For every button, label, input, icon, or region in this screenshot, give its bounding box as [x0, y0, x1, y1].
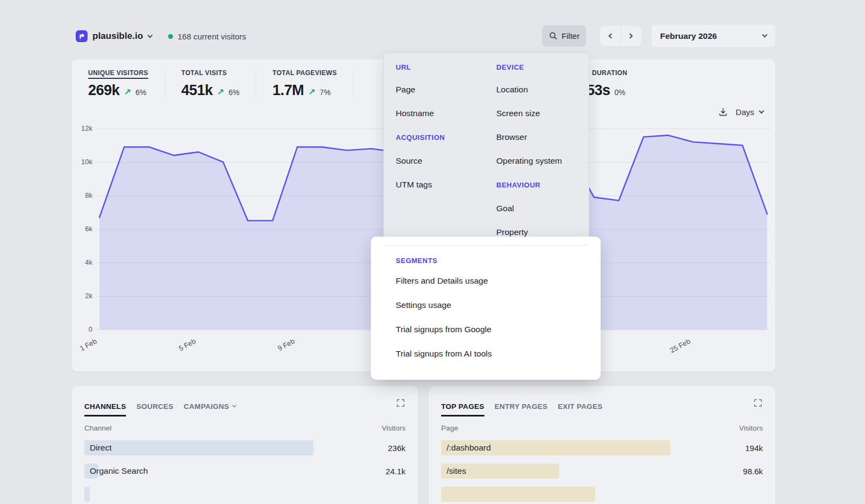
tab-campaigns[interactable]: CAMPAIGNS [184, 402, 236, 416]
segment-item-settings-usage[interactable]: Settings usage [371, 293, 601, 317]
row-value: 236k [388, 443, 405, 453]
y-axis-label: 12k [72, 124, 92, 132]
segment-item-filters-and-details-usage[interactable]: Filters and Details usage [371, 268, 601, 293]
live-indicator-icon [168, 34, 173, 39]
row-label[interactable]: Organic Search [84, 466, 148, 476]
row-label[interactable]: /sites [441, 466, 466, 476]
filter-item-page[interactable]: Page [396, 78, 496, 102]
segment-item-trial-signups-from-google[interactable]: Trial signups from Google [371, 317, 601, 341]
segment-item-trial-signups-from-ai-tools[interactable]: Trial signups from AI tools [371, 341, 601, 366]
filter-label: Filter [562, 31, 580, 41]
filter-item-utm-tags[interactable]: UTM tags [396, 173, 496, 197]
row-value: 98.6k [743, 467, 763, 476]
fullscreen-button[interactable] [753, 398, 763, 410]
card-rows: /:dashboard194k/sites98.6k [441, 440, 763, 502]
chevron-left-icon [608, 33, 614, 39]
site-switcher[interactable]: plausible.io [76, 30, 152, 42]
filter-section-header-behaviour: BEHAVIOUR [496, 173, 589, 197]
filter-item-location[interactable]: Location [496, 78, 589, 102]
table-row[interactable] [441, 487, 763, 502]
tab-sources[interactable]: SOURCES [136, 402, 174, 416]
pages-card: TOP PAGESENTRY PAGESEXIT PAGES Page Visi… [429, 386, 775, 504]
site-name: plausible.io [92, 31, 143, 42]
col-header-right: Visitors [382, 424, 405, 432]
card-tabs: CHANNELSSOURCESCAMPAIGNS [84, 386, 405, 416]
filter-item-source[interactable]: Source [396, 149, 496, 173]
row-label[interactable]: Direct [84, 443, 111, 453]
y-axis-label: 2k [72, 292, 92, 300]
table-header: Channel Visitors [84, 424, 405, 432]
x-axis-label: 9 Feb [262, 337, 296, 360]
card-rows: Direct236kOrganic Search24.1k [84, 440, 405, 502]
filter-item-goal[interactable]: Goal [496, 197, 589, 220]
next-period-button[interactable] [621, 26, 642, 46]
y-axis-label: 6k [72, 225, 92, 233]
y-axis-label: 4k [72, 258, 92, 266]
filter-item-screen-size[interactable]: Screen size [496, 102, 589, 125]
row-value: 24.1k [385, 467, 405, 476]
segments-header: SEGMENTS [396, 252, 601, 268]
row-value: 194k [745, 443, 763, 453]
segments-list: Filters and Details usageSettings usageT… [371, 268, 601, 366]
filter-menu-grid: URLPageHostnameACQUISITIONSourceUTM tags… [384, 53, 589, 244]
x-axis-label: 1 Feb [64, 337, 98, 360]
tab-top-pages[interactable]: TOP PAGES [441, 402, 484, 416]
segments-spotlight: SEGMENTS Filters and Details usageSettin… [371, 237, 601, 380]
filter-dropdown: URLPageHostnameACQUISITIONSourceUTM tags… [383, 52, 589, 372]
chevron-down-icon [232, 404, 236, 407]
row-label[interactable]: /:dashboard [441, 443, 491, 453]
fullscreen-button[interactable] [396, 398, 405, 410]
filter-menu-column: DEVICELocationScreen sizeBrowserOperatin… [496, 56, 589, 244]
filter-item-hostname[interactable]: Hostname [396, 102, 496, 125]
y-axis-label: 8k [72, 191, 92, 199]
row-bar [84, 487, 90, 502]
chevron-down-icon [762, 32, 768, 38]
table-row[interactable]: /sites98.6k [441, 463, 763, 479]
filter-item-browser[interactable]: Browser [496, 125, 589, 149]
current-visitors[interactable]: 168 current visitors [168, 32, 247, 41]
table-row[interactable]: Direct236k [84, 440, 405, 455]
x-axis-label: 5 Feb [163, 337, 197, 360]
table-row[interactable]: /:dashboard194k [441, 440, 763, 455]
row-bar [441, 487, 595, 502]
site-header: plausible.io 168 current visitors [76, 25, 246, 47]
col-header-left: Page [441, 424, 458, 432]
date-range-picker[interactable]: February 2026 [651, 25, 775, 47]
filter-section-header-acquisition: ACQUISITION [396, 125, 496, 149]
filter-item-operating-system[interactable]: Operating system [496, 149, 589, 173]
filter-section-header-device: DEVICE [496, 56, 589, 78]
col-header-right: Visitors [739, 424, 763, 432]
current-visitors-label: 168 current visitors [178, 32, 247, 41]
tab-exit-pages[interactable]: EXIT PAGES [558, 402, 603, 416]
chart-y-axis: 02k4k6k8k10k12k [72, 127, 92, 331]
filter-menu-column: URLPageHostnameACQUISITIONSourceUTM tags [396, 56, 496, 244]
row-bar [84, 440, 314, 455]
tab-channels[interactable]: CHANNELS [84, 402, 126, 416]
y-axis-label: 10k [72, 158, 92, 166]
tab-entry-pages[interactable]: ENTRY PAGES [495, 402, 548, 416]
channels-card: CHANNELSSOURCESCAMPAIGNS Channel Visitor… [72, 386, 418, 504]
table-row[interactable] [84, 487, 405, 502]
search-icon [549, 31, 558, 41]
x-axis-label: 25 Feb [657, 337, 692, 360]
chevron-right-icon [628, 33, 633, 39]
filter-section-header-url: URL [396, 56, 496, 78]
filter-button[interactable]: Filter [542, 25, 586, 46]
card-tabs: TOP PAGESENTRY PAGESEXIT PAGES [441, 386, 763, 416]
date-nav [600, 26, 641, 46]
table-header: Page Visitors [441, 424, 763, 432]
prev-period-button[interactable] [600, 26, 621, 46]
divider [384, 245, 588, 246]
col-header-left: Channel [84, 424, 111, 432]
date-range-label: February 2026 [660, 31, 717, 41]
plausible-logo-icon [76, 30, 88, 42]
table-row[interactable]: Organic Search24.1k [84, 463, 405, 479]
chevron-down-icon [147, 32, 152, 38]
